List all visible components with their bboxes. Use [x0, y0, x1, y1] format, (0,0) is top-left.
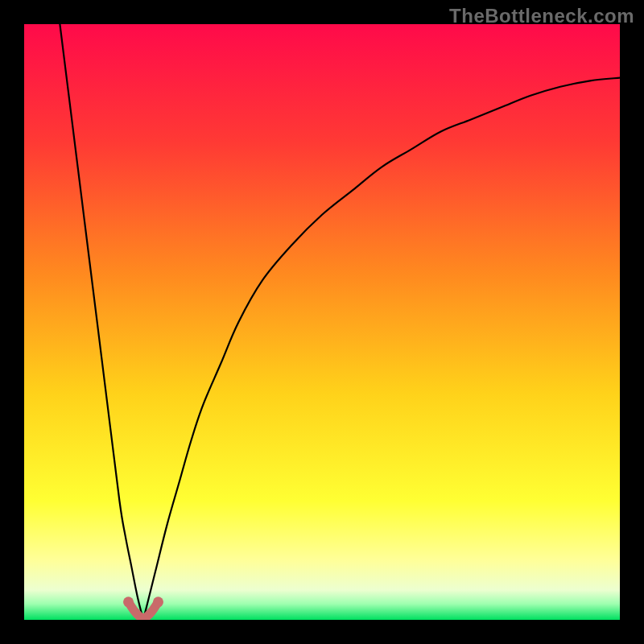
chart-background-gradient: [24, 24, 620, 620]
chart-plot-area: [24, 24, 620, 620]
chart-frame: TheBottleneck.com: [0, 0, 644, 644]
trough-highlight-dot-1: [153, 597, 163, 607]
trough-highlight-dot-0: [123, 597, 134, 607]
chart-svg: [24, 24, 620, 620]
